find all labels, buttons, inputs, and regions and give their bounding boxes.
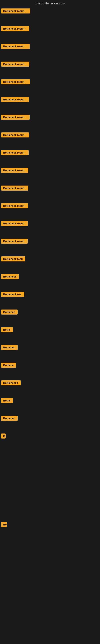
list-item: [0, 502, 100, 520]
bottleneck-badge[interactable]: Bottleneck result: [1, 115, 30, 120]
list-item: Bottleneck result: [0, 236, 100, 254]
bottleneck-badge[interactable]: Bottleneck result: [1, 97, 29, 102]
list-item: Bottleneck res: [0, 290, 100, 307]
list-item: Bottlene: [0, 360, 100, 378]
list-item: [0, 555, 100, 573]
list-item: Bottlenec: [0, 307, 100, 325]
list-item: Bottleneck result: [0, 183, 100, 201]
bottleneck-badge[interactable]: Bottleneck result: [1, 26, 29, 31]
list-item: Bottle: [0, 325, 100, 342]
list-item: Bottleneck: [0, 272, 100, 290]
bottleneck-badge[interactable]: Bottleneck result: [1, 221, 28, 226]
list-item: [0, 484, 100, 502]
list-item: Bottleneck result: [0, 201, 100, 218]
bottleneck-badge[interactable]: Bottleneck result: [1, 186, 28, 190]
bottleneck-badge[interactable]: Bottleneck result: [1, 203, 28, 208]
list-item: [0, 466, 100, 484]
bottleneck-badge[interactable]: Bottleneck res: [1, 292, 24, 297]
list-item: Bottleneck result: [0, 112, 100, 130]
list-item: Bottleneck result: [0, 166, 100, 183]
list-item: Bottleneck result: [0, 130, 100, 148]
bottleneck-badge[interactable]: Bottleneck result: [1, 150, 29, 155]
bottleneck-badge[interactable]: B: [1, 434, 6, 438]
site-title: TheBottlenecker.com: [35, 2, 65, 5]
bottleneck-badge[interactable]: Bottle: [1, 398, 13, 403]
bottleneck-badge[interactable]: Bottleneck result: [1, 62, 29, 66]
list-item: Bottleneck result: [0, 218, 100, 236]
list-item: Bottleneck result: [0, 59, 100, 77]
list-item: Bottleneck result: [0, 94, 100, 112]
bottleneck-badge[interactable]: Bottlene: [1, 363, 16, 368]
list-item: Bottlenec: [0, 413, 100, 431]
list-item: Bottleneck r: [0, 378, 100, 396]
list-item: B: [0, 431, 100, 449]
bottleneck-badge[interactable]: Bottleneck result: [1, 132, 29, 138]
bottleneck-badge[interactable]: Bottlenec: [1, 416, 18, 421]
bottleneck-badge[interactable]: Bottleneck result: [1, 239, 28, 244]
bottleneck-badge[interactable]: Bottle: [1, 327, 13, 332]
bottleneck-badge[interactable]: Bottleneck result: [1, 8, 30, 14]
list-item: Bottleneck result: [0, 6, 100, 24]
list-item: Bottleneck result: [0, 148, 100, 166]
bottleneck-badge[interactable]: Bo: [1, 522, 7, 527]
bottleneck-badge[interactable]: Bottleneck r: [1, 380, 21, 386]
bottleneck-badge[interactable]: Bottleneck: [1, 274, 19, 279]
list-item: Bottleneck result: [0, 42, 100, 59]
bottleneck-badge[interactable]: Bottleneck result: [1, 168, 28, 173]
list-item: Bottlenec: [0, 342, 100, 360]
list-item: Bottleneck resu: [0, 254, 100, 272]
bottleneck-badge[interactable]: Bottleneck resu: [1, 256, 25, 262]
list-item: Bottleneck result: [0, 24, 100, 42]
bottleneck-badge[interactable]: Bottlenec: [1, 345, 18, 350]
bottleneck-badge[interactable]: Bottleneck result: [1, 44, 30, 49]
bottleneck-badge[interactable]: Bottleneck result: [1, 79, 30, 84]
list-item: Bo: [0, 520, 100, 537]
bottleneck-list: Bottleneck resultBottleneck resultBottle…: [0, 6, 100, 626]
list-item: [0, 608, 100, 626]
bottleneck-badge[interactable]: Bottlenec: [1, 310, 18, 314]
list-item: [0, 590, 100, 608]
list-item: Bottleneck result: [0, 77, 100, 94]
list-item: [0, 573, 100, 590]
list-item: [0, 449, 100, 466]
list-item: Bottle: [0, 396, 100, 413]
list-item: [0, 537, 100, 555]
site-header: TheBottlenecker.com: [0, 0, 100, 6]
